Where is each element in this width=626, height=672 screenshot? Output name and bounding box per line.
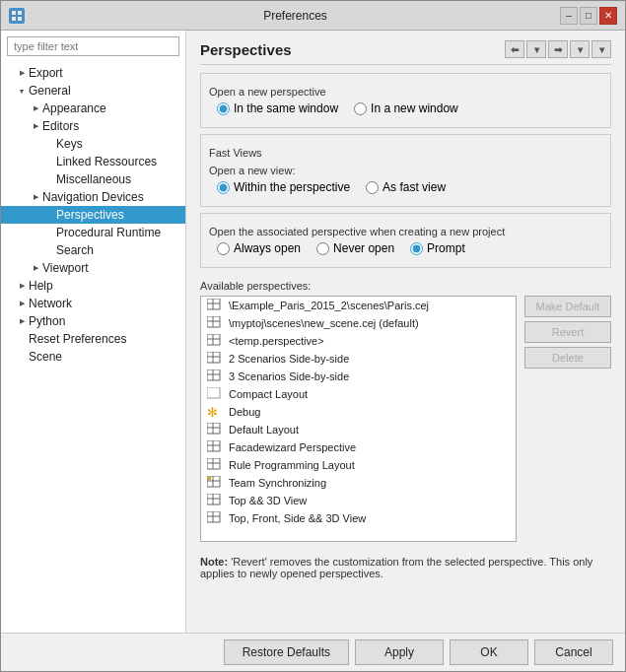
- new-window-option[interactable]: In a new window: [354, 101, 458, 115]
- persp-item-3-scenarios[interactable]: 3 Scenarios Side-by-side: [201, 368, 516, 385]
- persp-item-2-scenarios[interactable]: 2 Scenarios Side-by-side: [201, 350, 516, 368]
- always-open-radio[interactable]: [217, 242, 230, 255]
- tree-item-appearance[interactable]: ▶Appearance: [1, 100, 185, 117]
- tree-item-keys[interactable]: Keys: [1, 135, 185, 153]
- delete-button[interactable]: Delete: [524, 347, 611, 369]
- tree-item-help[interactable]: ▶Help: [1, 277, 185, 295]
- tree-item-viewport[interactable]: ▶Viewport: [1, 259, 185, 277]
- persp-label-default: Default Layout: [229, 424, 299, 436]
- panel-title-icons: ⬅ ▾ ➡ ▾ ▾: [505, 40, 611, 58]
- menu-icon[interactable]: ▾: [591, 40, 611, 58]
- fast-views-label: Fast Views: [209, 147, 602, 159]
- tree-item-python[interactable]: ▶Python: [1, 312, 185, 330]
- svg-rect-1: [18, 11, 22, 15]
- preferences-dialog: Preferences – □ ✕ ▶Export▼General▶Appear…: [0, 0, 626, 672]
- tree-label-miscellaneous: Miscellaneous: [56, 172, 131, 186]
- filter-input[interactable]: [7, 36, 179, 56]
- persp-icon-debug: ✻: [207, 405, 223, 419]
- tree-label-scene: Scene: [29, 350, 62, 364]
- as-fast-view-radio[interactable]: [366, 181, 379, 194]
- tree-item-navigation-devices[interactable]: ▶Navigation Devices: [1, 188, 185, 206]
- close-button[interactable]: ✕: [599, 7, 617, 25]
- persp-item-default[interactable]: Default Layout: [201, 421, 516, 438]
- tree-item-network[interactable]: ▶Network: [1, 295, 185, 312]
- tree-item-procedural-runtime[interactable]: Procedural Runtime: [1, 224, 185, 241]
- same-window-radio[interactable]: [217, 102, 230, 115]
- tree-container: ▶Export▼General▶Appearance▶EditorsKeysLi…: [1, 62, 185, 633]
- always-open-label: Always open: [234, 241, 301, 255]
- note-box: Note: 'Revert' removes the customization…: [200, 556, 611, 579]
- dropdown-icon[interactable]: ▾: [526, 40, 546, 58]
- new-window-radio[interactable]: [354, 102, 367, 115]
- never-open-option[interactable]: Never open: [316, 241, 394, 255]
- persp-icon-top-front-side: [207, 511, 223, 525]
- cancel-button[interactable]: Cancel: [534, 639, 613, 665]
- assoc-radio-group: Always open Never open Prompt: [217, 241, 602, 255]
- persp-item-temp[interactable]: <temp.perspective>: [201, 332, 516, 350]
- persp-icon-3-scenarios: [207, 370, 223, 383]
- make-default-button[interactable]: Make Default: [524, 296, 611, 317]
- persp-item-debug[interactable]: ✻Debug: [201, 403, 516, 421]
- perspectives-list[interactable]: \Example_Paris_2015_2\scenes\Paris.cej \…: [200, 296, 517, 542]
- svg-rect-3: [18, 17, 22, 21]
- tree-item-reset-preferences[interactable]: Reset Preferences: [1, 330, 185, 348]
- persp-icon-team-sync: [207, 476, 223, 490]
- within-perspective-radio[interactable]: [217, 181, 230, 194]
- forward-icon[interactable]: ➡: [548, 40, 568, 58]
- persp-label-temp: <temp.perspective>: [229, 335, 324, 347]
- persp-item-myptoj[interactable]: \myptoj\scenes\new_scene.cej (default): [201, 314, 516, 332]
- apply-button[interactable]: Apply: [355, 639, 444, 665]
- tree-item-scene[interactable]: Scene: [1, 348, 185, 366]
- tree-label-navigation-devices: Navigation Devices: [42, 190, 144, 204]
- svg-rect-0: [12, 11, 16, 15]
- prompt-option[interactable]: Prompt: [410, 241, 465, 255]
- tree-arrow-help: ▶: [15, 282, 29, 290]
- persp-item-compact[interactable]: Compact Layout: [201, 385, 516, 403]
- tree-label-search: Search: [56, 243, 94, 257]
- persp-item-team-sync[interactable]: Team Synchronizing: [201, 474, 516, 492]
- dialog-footer: Restore Defaults Apply OK Cancel: [1, 633, 625, 671]
- same-window-option[interactable]: In the same window: [217, 101, 338, 115]
- note-label: Note:: [200, 556, 228, 568]
- persp-item-paris-cej[interactable]: \Example_Paris_2015_2\scenes\Paris.cej: [201, 297, 516, 314]
- open-assoc-section: Open the associated perspective when cre…: [200, 213, 611, 268]
- tree-label-linked-resources: Linked Ressources: [56, 155, 157, 168]
- tree-item-export[interactable]: ▶Export: [1, 64, 185, 82]
- maximize-button[interactable]: □: [580, 7, 597, 25]
- open-perspective-section: Open a new perspective In the same windo…: [200, 73, 611, 128]
- tree-item-editors[interactable]: ▶Editors: [1, 117, 185, 135]
- tree-item-search[interactable]: Search: [1, 241, 185, 259]
- within-perspective-option[interactable]: Within the perspective: [217, 180, 350, 194]
- restore-defaults-button[interactable]: Restore Defaults: [224, 639, 349, 665]
- revert-button[interactable]: Revert: [524, 321, 611, 343]
- tree-label-editors: Editors: [42, 119, 79, 133]
- available-perspectives-label: Available perspectives:: [200, 280, 611, 292]
- ok-button[interactable]: OK: [450, 639, 528, 665]
- prompt-radio[interactable]: [410, 242, 423, 255]
- persp-item-rule-programming[interactable]: Rule Programming Layout: [201, 456, 516, 474]
- dialog-body: ▶Export▼General▶Appearance▶EditorsKeysLi…: [1, 31, 625, 633]
- as-fast-view-label: As fast view: [383, 180, 446, 194]
- persp-item-top-3d[interactable]: Top && 3D View: [201, 492, 516, 509]
- persp-label-rule-programming: Rule Programming Layout: [229, 459, 355, 471]
- back-icon[interactable]: ⬅: [505, 40, 524, 58]
- tree-label-python: Python: [29, 314, 65, 328]
- tree-arrow-export: ▶: [15, 69, 29, 77]
- tree-item-general[interactable]: ▼General: [1, 82, 185, 100]
- tree-label-perspectives: Perspectives: [56, 208, 124, 222]
- dropdown2-icon[interactable]: ▾: [570, 40, 590, 58]
- as-fast-view-option[interactable]: As fast view: [366, 180, 446, 194]
- persp-item-top-front-side[interactable]: Top, Front, Side && 3D View: [201, 509, 516, 527]
- tree-item-linked-resources[interactable]: Linked Ressources: [1, 153, 185, 170]
- persp-label-facadewizard: Facadewizard Perspective: [229, 441, 356, 453]
- never-open-radio[interactable]: [316, 242, 329, 255]
- tree-item-miscellaneous[interactable]: Miscellaneous: [1, 170, 185, 188]
- tree-arrow-network: ▶: [15, 300, 29, 307]
- tree-arrow-python: ▶: [15, 317, 29, 325]
- minimize-button[interactable]: –: [560, 7, 578, 25]
- always-open-option[interactable]: Always open: [217, 241, 301, 255]
- persp-item-facadewizard[interactable]: Facadewizard Perspective: [201, 438, 516, 456]
- persp-label-team-sync: Team Synchronizing: [229, 477, 326, 489]
- svg-rect-2: [12, 17, 16, 21]
- tree-item-perspectives[interactable]: Perspectives: [1, 206, 185, 224]
